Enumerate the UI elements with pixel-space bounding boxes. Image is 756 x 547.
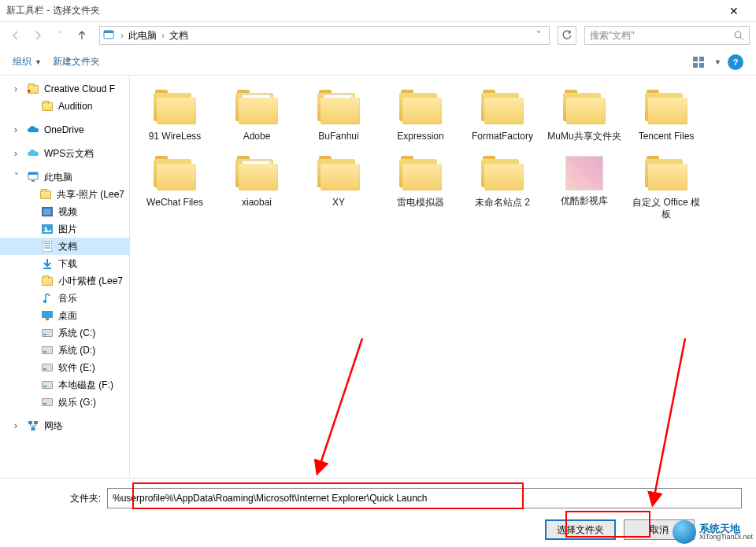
folder-label: xiaobai	[242, 197, 272, 209]
tree-item-label: 小叶紫檀 (Lee7	[58, 275, 123, 288]
folder-label: Expression	[397, 131, 443, 143]
tree-item[interactable]: 软件 (E:)	[0, 359, 129, 376]
chevron-right-icon: ›	[14, 124, 22, 135]
folder-item[interactable]: XY	[300, 151, 377, 226]
svg-point-20	[43, 300, 46, 303]
svg-rect-5	[699, 57, 704, 61]
tree-item-label: WPS云文档	[44, 147, 94, 161]
refresh-button[interactable]	[558, 26, 576, 45]
dialog-footer: 文件夹: 选择文件夹 取消	[0, 478, 756, 547]
close-button[interactable]: ✕	[718, 5, 750, 17]
folder-icon	[152, 156, 198, 192]
breadcrumb-root[interactable]: 此电脑	[125, 28, 160, 44]
recent-dropdown[interactable]: ˅	[50, 26, 69, 45]
up-button[interactable]	[72, 26, 91, 45]
desktop-icon	[41, 309, 54, 322]
tree-item-label: 此电脑	[44, 171, 72, 184]
chevron-right-icon: ›	[161, 30, 165, 41]
network-icon	[27, 419, 39, 432]
tree-item[interactable]: ˅此电脑	[0, 168, 129, 186]
view-options-button[interactable]	[692, 54, 708, 70]
folder-item[interactable]: 91 WireLess	[136, 85, 213, 148]
folder-item[interactable]: Expression	[382, 85, 459, 148]
tree-item[interactable]: ›WPS云文档	[0, 145, 129, 162]
tree-item[interactable]: 桌面	[0, 307, 129, 324]
tree-item[interactable]: 系统 (D:)	[0, 342, 129, 359]
tree-item[interactable]: 视频	[0, 203, 129, 220]
tree-item-label: 娱乐 (G:)	[58, 396, 96, 409]
tree-item[interactable]: 图片	[0, 220, 129, 238]
watermark-url: XiTongTianDi.net	[699, 534, 753, 541]
chevron-right-icon: ›	[14, 148, 22, 159]
tree-item[interactable]: 共享-照片 (Lee7	[0, 186, 129, 203]
folder-icon	[398, 156, 443, 192]
sidebar-tree: ›●Creative Cloud FAudition›OneDrive›WPS云…	[0, 76, 130, 477]
tree-item-label: OneDrive	[44, 124, 84, 135]
new-folder-button[interactable]: 新建文件夹	[53, 55, 100, 68]
folder-icon	[480, 156, 525, 192]
tree-item[interactable]: 娱乐 (G:)	[0, 394, 129, 411]
folder-item[interactable]: FormatFactory	[464, 85, 541, 148]
folder-item[interactable]: xiaobai	[218, 151, 295, 226]
folder-icon	[561, 90, 607, 126]
help-button[interactable]: ?	[728, 54, 743, 70]
pc-icon	[27, 171, 39, 183]
tree-item-label: 网络	[44, 419, 63, 433]
dropdown-icon[interactable]: ▼	[714, 58, 721, 66]
tree-item[interactable]: 文档	[0, 238, 129, 255]
back-button[interactable]	[6, 26, 25, 45]
folder-label: MuMu共享文件夹	[547, 131, 621, 143]
folder-item[interactable]: WeChat Files	[136, 151, 213, 226]
tree-item[interactable]: 下载	[0, 255, 129, 272]
titlebar: 新工具栏 - 选择文件夹 ✕	[0, 0, 756, 22]
search-placeholder: 搜索"文档"	[590, 29, 635, 43]
folder-item[interactable]: BuFanhui	[300, 85, 377, 148]
tree-item[interactable]: ›网络	[0, 417, 129, 434]
file-grid[interactable]: 91 WireLessAdobeBuFanhuiExpressionFormat…	[130, 76, 756, 477]
folder-item[interactable]: MuMu共享文件夹	[546, 85, 623, 148]
tree-item-label: 本地磁盘 (F:)	[58, 379, 113, 392]
svg-line-3	[740, 37, 743, 40]
svg-rect-24	[34, 421, 38, 424]
tree-item[interactable]: ›●Creative Cloud F	[0, 80, 129, 98]
folder-icon	[152, 90, 198, 126]
folder-icon	[234, 156, 280, 192]
folder-label: 91 WireLess	[149, 131, 202, 143]
folder-path-input[interactable]	[107, 488, 742, 508]
chevron-right-icon: ›	[14, 83, 22, 94]
music-icon	[41, 292, 54, 305]
svg-rect-21	[42, 311, 53, 318]
tree-item[interactable]: 音乐	[0, 290, 129, 307]
folder-item[interactable]: Tencent Files	[628, 85, 705, 148]
tree-item[interactable]: Audition	[0, 98, 129, 115]
breadcrumb-bar[interactable]: › 此电脑 › 文档 ˅	[99, 26, 550, 45]
tree-item[interactable]: ›OneDrive	[0, 121, 129, 139]
watermark: 系统天地 XiTongTianDi.net	[673, 520, 753, 544]
folder-icon	[316, 156, 361, 192]
folder-icon	[316, 90, 361, 126]
organize-menu[interactable]: 组织 ▼	[13, 55, 42, 68]
folder-item[interactable]: 雷电模拟器	[382, 151, 459, 226]
pictures-icon	[41, 223, 54, 235]
tree-item[interactable]: 本地磁盘 (F:)	[0, 376, 129, 394]
folder-item[interactable]: 未命名站点 2	[464, 151, 541, 226]
forward-button[interactable]	[28, 26, 47, 45]
breadcrumb-dropdown[interactable]: ˅	[532, 30, 546, 41]
folder-item[interactable]: 自定义 Office 模板	[628, 151, 705, 226]
folder-item[interactable]: 优酷影视库	[546, 151, 623, 226]
downloads-icon	[41, 257, 54, 270]
svg-point-2	[735, 31, 741, 38]
folder-icon	[41, 275, 54, 287]
dropdown-icon: ▼	[35, 58, 42, 66]
svg-rect-6	[693, 63, 698, 68]
tree-item[interactable]: 系统 (C:)	[0, 324, 129, 342]
tree-item[interactable]: 小叶紫檀 (Lee7	[0, 272, 129, 290]
svg-rect-23	[28, 421, 32, 424]
tree-item-label: 图片	[58, 223, 77, 236]
breadcrumb-current[interactable]: 文档	[166, 28, 191, 44]
folder-icon	[41, 100, 54, 113]
search-input[interactable]: 搜索"文档"	[584, 26, 750, 45]
select-folder-button[interactable]: 选择文件夹	[545, 519, 616, 540]
folder-item[interactable]: Adobe	[218, 85, 295, 148]
folder-icon	[234, 90, 280, 126]
